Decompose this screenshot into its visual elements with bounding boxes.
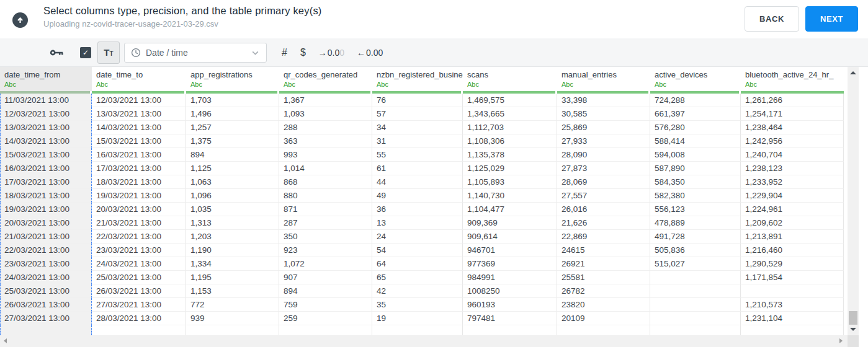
table-cell[interactable]: 11/03/2021 13:00 — [0, 94, 92, 107]
table-cell[interactable]: 30,585 — [557, 107, 650, 121]
table-cell[interactable]: 1,104,477 — [463, 203, 557, 216]
decrease-decimal-button[interactable]: ←0.00 — [357, 48, 383, 58]
table-cell[interactable] — [650, 271, 741, 284]
table-cell[interactable]: 15/03/2021 13:00 — [0, 148, 92, 162]
table-cell[interactable]: 582,380 — [650, 189, 741, 203]
table-cell[interactable]: 1,105,893 — [463, 175, 557, 189]
table-cell[interactable]: 36 — [372, 203, 463, 216]
table-cell[interactable]: 18/03/2021 13:00 — [92, 175, 186, 189]
table-cell[interactable]: 27,557 — [557, 189, 650, 203]
table-cell[interactable]: 909,614 — [463, 230, 557, 244]
table-cell[interactable] — [650, 298, 741, 312]
table-cell[interactable]: 19/03/2021 13:00 — [0, 203, 92, 216]
table-cell[interactable]: 939 — [186, 312, 279, 325]
table-cell[interactable]: 1,209,602 — [741, 216, 844, 230]
currency-type-button[interactable]: $ — [300, 47, 306, 58]
table-cell[interactable]: 28/03/2021 13:00 — [92, 312, 186, 325]
table-cell[interactable]: 26,016 — [557, 203, 650, 216]
next-button[interactable]: NEXT — [805, 6, 858, 32]
column-header[interactable]: active_devicesAbc — [650, 67, 741, 91]
table-cell[interactable] — [650, 284, 741, 298]
table-cell[interactable]: 946701 — [463, 244, 557, 257]
table-cell[interactable]: 1,231,104 — [741, 312, 844, 325]
table-cell[interactable]: 20/03/2021 13:00 — [92, 203, 186, 216]
table-cell[interactable]: 27,873 — [557, 162, 650, 175]
table-cell[interactable]: 1,072 — [279, 257, 372, 271]
table-cell[interactable]: 1,213,891 — [741, 230, 844, 244]
table-cell[interactable]: 27,933 — [557, 134, 650, 148]
table-cell[interactable] — [741, 284, 844, 298]
table-cell[interactable]: 1,242,956 — [741, 134, 844, 148]
table-cell[interactable]: 33,398 — [557, 94, 650, 107]
scroll-up-icon[interactable] — [850, 71, 856, 74]
primary-key-icon[interactable] — [50, 48, 65, 57]
back-button[interactable]: BACK — [745, 6, 799, 32]
table-cell[interactable]: 556,123 — [650, 203, 741, 216]
table-cell[interactable]: 1,224,961 — [741, 203, 844, 216]
table-cell[interactable]: 34 — [372, 121, 463, 134]
table-cell[interactable]: 13 — [372, 216, 463, 230]
table-cell[interactable]: 54 — [372, 244, 463, 257]
table-cell[interactable]: 31 — [372, 134, 463, 148]
table-cell[interactable]: 1008250 — [463, 284, 557, 298]
table-cell[interactable]: 1,203 — [186, 230, 279, 244]
table-cell[interactable]: 1,210,573 — [741, 298, 844, 312]
table-cell[interactable]: 588,414 — [650, 134, 741, 148]
table-cell[interactable]: 26/03/2021 13:00 — [0, 298, 92, 312]
table-cell[interactable]: 1,238,123 — [741, 162, 844, 175]
table-cell[interactable]: 23/03/2021 13:00 — [0, 257, 92, 271]
table-cell[interactable]: 18/03/2021 13:00 — [0, 189, 92, 203]
table-cell[interactable] — [650, 312, 741, 325]
table-cell[interactable]: 907 — [279, 271, 372, 284]
table-cell[interactable]: 17/03/2021 13:00 — [92, 162, 186, 175]
table-cell[interactable]: 49 — [372, 189, 463, 203]
table-cell[interactable]: 350 — [279, 230, 372, 244]
table-cell[interactable]: 17/03/2021 13:00 — [0, 175, 92, 189]
table-cell[interactable]: 25/03/2021 13:00 — [92, 271, 186, 284]
column-header[interactable]: qr_codes_generatedAbc — [279, 67, 372, 91]
table-cell[interactable]: 584,350 — [650, 175, 741, 189]
table-cell[interactable]: 21,626 — [557, 216, 650, 230]
table-cell[interactable]: 27/03/2021 13:00 — [92, 298, 186, 312]
table-cell[interactable]: 35 — [372, 298, 463, 312]
table-cell[interactable]: 1,135,378 — [463, 148, 557, 162]
scroll-left-icon[interactable] — [4, 338, 7, 343]
table-cell[interactable]: 25581 — [557, 271, 650, 284]
number-type-button[interactable]: # — [282, 47, 287, 58]
table-cell[interactable]: 1,496 — [186, 107, 279, 121]
table-cell[interactable]: 1,153 — [186, 284, 279, 298]
table-cell[interactable]: 1,063 — [186, 175, 279, 189]
table-cell[interactable]: 1,238,464 — [741, 121, 844, 134]
table-cell[interactable]: 1,233,952 — [741, 175, 844, 189]
table-cell[interactable]: 26/03/2021 13:00 — [92, 284, 186, 298]
table-cell[interactable]: 1,112,703 — [463, 121, 557, 134]
table-cell[interactable]: 26782 — [557, 284, 650, 298]
table-cell[interactable]: 1,216,460 — [741, 244, 844, 257]
table-cell[interactable]: 923 — [279, 244, 372, 257]
column-header[interactable]: scansAbc — [463, 67, 557, 91]
table-cell[interactable]: 1,093 — [279, 107, 372, 121]
select-column-checkbox[interactable]: ✓ — [80, 47, 91, 58]
table-cell[interactable]: 57 — [372, 107, 463, 121]
table-cell[interactable]: 909,369 — [463, 216, 557, 230]
table-cell[interactable]: 15/03/2021 13:00 — [92, 134, 186, 148]
increase-decimal-button[interactable]: →0.00 — [318, 48, 344, 58]
table-cell[interactable]: 871 — [279, 203, 372, 216]
table-cell[interactable]: 20/03/2021 13:00 — [0, 216, 92, 230]
table-cell[interactable]: 23/03/2021 13:00 — [92, 244, 186, 257]
table-cell[interactable]: 19/03/2021 13:00 — [92, 189, 186, 203]
table-cell[interactable]: 28,069 — [557, 175, 650, 189]
table-cell[interactable]: 1,108,306 — [463, 134, 557, 148]
table-cell[interactable]: 1,261,266 — [741, 94, 844, 107]
table-cell[interactable]: 960193 — [463, 298, 557, 312]
table-cell[interactable]: 661,397 — [650, 107, 741, 121]
table-cell[interactable]: 21/03/2021 13:00 — [0, 230, 92, 244]
table-cell[interactable]: 13/03/2021 13:00 — [0, 121, 92, 134]
table-cell[interactable]: 24/03/2021 13:00 — [92, 257, 186, 271]
table-cell[interactable]: 594,008 — [650, 148, 741, 162]
table-cell[interactable]: 21/03/2021 13:00 — [92, 216, 186, 230]
table-cell[interactable]: 894 — [186, 148, 279, 162]
table-cell[interactable]: 868 — [279, 175, 372, 189]
table-cell[interactable]: 12/03/2021 13:00 — [92, 94, 186, 107]
table-cell[interactable]: 1,195 — [186, 271, 279, 284]
